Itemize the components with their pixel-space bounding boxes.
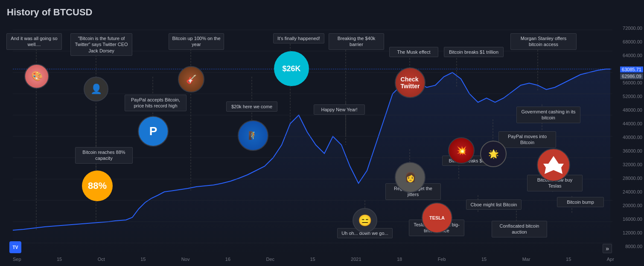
y-label-28k: 28000.00 bbox=[623, 176, 642, 181]
annotation-circle-musk: CheckTwitter bbox=[395, 67, 425, 98]
annotation-circle-50k: 💥 bbox=[448, 137, 475, 164]
annotation-circle-paypal: P bbox=[138, 116, 169, 147]
tv-logo: TV bbox=[9, 241, 21, 253]
y-label-36k: 36000.00 bbox=[623, 148, 642, 153]
x-label-sep: Sep bbox=[13, 257, 21, 262]
x-label-15d: 15 bbox=[481, 257, 487, 262]
chart-container: History of BTCUSD bbox=[0, 0, 644, 266]
y-label-16k: 16000.00 bbox=[623, 217, 642, 222]
x-label-18: 18 bbox=[397, 257, 402, 262]
x-label-15c: 15 bbox=[310, 257, 315, 262]
y-label-40k: 40000.00 bbox=[623, 135, 642, 140]
annotation-circle-regulators: 👩 bbox=[395, 162, 425, 193]
price-chart bbox=[0, 0, 644, 266]
x-label-mar: Mar bbox=[522, 257, 530, 262]
y-label-48k: 48000.00 bbox=[623, 107, 642, 113]
x-axis: Sep 15 Oct 15 Nov 16 Dec 15 2021 18 Feb … bbox=[13, 257, 614, 262]
y-label-64k: 64000.00 bbox=[623, 53, 642, 58]
y-label-12k: 12000.00 bbox=[623, 230, 642, 235]
y-label-8k: 8000.00 bbox=[623, 244, 642, 249]
x-label-nov: Nov bbox=[181, 257, 190, 262]
annotation-circle-tesla-buy bbox=[537, 148, 570, 182]
price-current-badge: 63085.71 bbox=[620, 66, 643, 72]
x-label-2021: 2021 bbox=[351, 257, 361, 262]
price-prev-badge: 62986.09 bbox=[620, 73, 643, 79]
annotation-circle-going-well: 🎨 bbox=[24, 64, 49, 89]
y-axis: 72000.00 68000.00 64000.00 60000.00 5600… bbox=[623, 0, 642, 266]
x-label-apr: Apr bbox=[607, 257, 614, 262]
annotation-circle-paypal2: 🌟 bbox=[480, 141, 507, 167]
y-label-32k: 32000.00 bbox=[623, 162, 642, 167]
y-label-52k: 52000.00 bbox=[623, 94, 642, 99]
x-label-16: 16 bbox=[225, 257, 230, 262]
annotation-circle-down: 😑 bbox=[353, 208, 377, 233]
annotation-circle-twitter-ceo: 👤 bbox=[84, 77, 108, 101]
annotation-circle-88pct: 88% bbox=[82, 171, 113, 201]
y-label-24k: 24000.00 bbox=[623, 189, 642, 194]
x-label-feb: Feb bbox=[438, 257, 446, 262]
y-label-44k: 44000.00 bbox=[623, 121, 642, 126]
x-label-15e: 15 bbox=[566, 257, 571, 262]
x-label-oct: Oct bbox=[98, 257, 105, 262]
annotation-circle-26k: $26K bbox=[274, 51, 309, 86]
annotation-circle-100pct: 🎸 bbox=[178, 66, 204, 93]
x-label-15b: 15 bbox=[140, 257, 146, 262]
y-label-72k: 72000.00 bbox=[623, 26, 642, 31]
y-label-68k: 68000.00 bbox=[623, 39, 642, 44]
nav-next-arrow[interactable]: » bbox=[603, 244, 612, 253]
annotation-circle-tesla-bounce: TESLA bbox=[422, 202, 452, 233]
y-label-20k: 20000.00 bbox=[623, 203, 642, 208]
annotation-circle-20k: 🧗 bbox=[238, 120, 268, 151]
y-label-56k: 56000.00 bbox=[623, 80, 642, 85]
x-label-15a: 15 bbox=[57, 257, 62, 262]
x-label-dec: Dec bbox=[266, 257, 274, 262]
